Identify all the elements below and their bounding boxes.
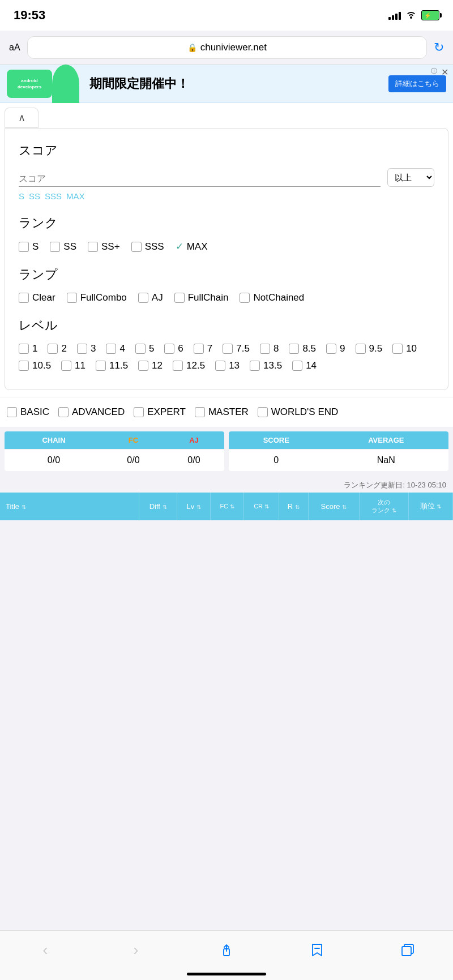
level-check-1[interactable] [19, 344, 29, 354]
tabs-button[interactable] [391, 936, 425, 964]
ad-logo-text2: developers [18, 84, 41, 89]
shortcut-sss[interactable]: SSS [45, 191, 62, 201]
rank-check-ss[interactable] [50, 242, 60, 252]
ad-info-icon[interactable]: ⓘ [431, 67, 437, 75]
score-condition-select[interactable]: 以上 以下 等しい [387, 168, 434, 187]
ad-close-button[interactable]: ✕ [441, 67, 448, 78]
level-check-11[interactable] [61, 361, 71, 371]
reload-button[interactable]: ↻ [434, 40, 444, 55]
rank-checkbox-max[interactable]: ✓ MAX [176, 241, 208, 253]
level-14[interactable]: 14 [292, 360, 317, 371]
level-10-5[interactable]: 10.5 [19, 360, 51, 371]
rank-check-s[interactable] [19, 242, 29, 252]
level-7-5[interactable]: 7.5 [223, 343, 250, 354]
level-check-10-5[interactable] [19, 361, 29, 371]
diff-check-expert[interactable] [134, 407, 144, 417]
level-8[interactable]: 8 [260, 343, 279, 354]
text-size-button[interactable]: aA [9, 42, 20, 53]
level-2[interactable]: 2 [48, 343, 66, 354]
lamp-checkbox-fullcombo[interactable]: FullCombo [67, 292, 127, 303]
th-next-rank[interactable]: 次のランク ⇅ [359, 493, 409, 520]
level-11[interactable]: 11 [61, 360, 86, 371]
url-bar[interactable]: 🔒 chuniviewer.net [27, 36, 427, 59]
level-6[interactable]: 6 [164, 343, 183, 354]
share-button[interactable] [210, 936, 243, 964]
rank-check-sss[interactable] [131, 242, 142, 252]
level-check-6[interactable] [164, 344, 174, 354]
th-r[interactable]: R ⇅ [279, 493, 308, 520]
lamp-checkbox-fullchain[interactable]: FullChain [174, 292, 229, 303]
bookmarks-button[interactable] [300, 936, 334, 964]
diff-advanced[interactable]: ADVANCED [58, 406, 125, 418]
level-check-7-5[interactable] [223, 344, 233, 354]
diff-check-worlds-end[interactable] [258, 407, 268, 417]
diff-worlds-end[interactable]: WORLD'S END [258, 406, 338, 418]
lamp-check-aj[interactable] [138, 293, 148, 303]
level-1[interactable]: 1 [19, 343, 37, 354]
score-input[interactable] [19, 174, 381, 184]
shortcut-max[interactable]: MAX [66, 191, 85, 201]
level-10[interactable]: 10 [392, 343, 417, 354]
rank-check-ssplus[interactable] [88, 242, 98, 252]
diff-basic[interactable]: BASIC [7, 406, 49, 418]
lamp-checkbox-clear[interactable]: Clear [19, 292, 55, 303]
level-check-4[interactable] [106, 344, 116, 354]
diff-check-basic[interactable] [7, 407, 17, 417]
shortcut-ss[interactable]: SS [29, 191, 40, 201]
level-11-5[interactable]: 11.5 [96, 360, 128, 371]
th-title[interactable]: Title ⇅ [0, 493, 139, 520]
ad-detail-button[interactable]: 詳細はこちら [388, 75, 446, 92]
lamp-checkbox-notchained[interactable]: NotChained [240, 292, 304, 303]
level-check-9-5[interactable] [356, 344, 366, 354]
lamp-check-fullcombo[interactable] [67, 293, 77, 303]
level-check-8[interactable] [260, 344, 270, 354]
diff-master[interactable]: MASTER [195, 406, 249, 418]
level-check-7[interactable] [194, 344, 204, 354]
lamp-check-clear[interactable] [19, 293, 29, 303]
rank-checkbox-s[interactable]: S [19, 241, 39, 253]
level-check-13[interactable] [215, 361, 225, 371]
rank-checkbox-ssplus[interactable]: SS+ [88, 241, 120, 253]
diff-expert[interactable]: EXPERT [134, 406, 186, 418]
lamp-checkbox-aj[interactable]: AJ [138, 292, 163, 303]
rank-checkbox-ss[interactable]: SS [50, 241, 76, 253]
level-check-10[interactable] [392, 344, 403, 354]
th-cr[interactable]: CR ⇅ [244, 493, 279, 520]
level-check-3[interactable] [77, 344, 87, 354]
level-check-5[interactable] [135, 344, 146, 354]
level-9-5[interactable]: 9.5 [356, 343, 383, 354]
level-check-8-5[interactable] [289, 344, 299, 354]
lamp-check-fullchain[interactable] [174, 293, 185, 303]
level-5[interactable]: 5 [135, 343, 154, 354]
level-12[interactable]: 12 [138, 360, 163, 371]
level-7[interactable]: 7 [194, 343, 212, 354]
level-4[interactable]: 4 [106, 343, 125, 354]
level-13-5[interactable]: 13.5 [250, 360, 282, 371]
level-check-13-5[interactable] [250, 361, 260, 371]
collapse-button[interactable]: ∧ [5, 108, 39, 128]
shortcut-s[interactable]: S [19, 191, 24, 201]
back-button[interactable]: ‹ [28, 936, 62, 964]
rank-checkbox-sss[interactable]: SSS [131, 241, 164, 253]
forward-button[interactable]: › [119, 936, 153, 964]
level-check-12[interactable] [138, 361, 148, 371]
th-score[interactable]: Score ⇅ [308, 493, 359, 520]
level-check-14[interactable] [292, 361, 302, 371]
level-check-12-5[interactable] [173, 361, 183, 371]
th-lv[interactable]: Lv ⇅ [177, 493, 211, 520]
level-12-5[interactable]: 12.5 [173, 360, 205, 371]
level-13[interactable]: 13 [215, 360, 240, 371]
level-3[interactable]: 3 [77, 343, 96, 354]
th-diff[interactable]: Diff ⇅ [139, 493, 177, 520]
level-8-5[interactable]: 8.5 [289, 343, 316, 354]
diff-check-advanced[interactable] [58, 407, 69, 417]
ad-banner[interactable]: android developers 期間限定開催中！ 詳細はこちら ⓘ ✕ [0, 65, 453, 103]
level-check-11-5[interactable] [96, 361, 106, 371]
th-rank[interactable]: 順位 ⇅ [409, 493, 453, 520]
level-check-9[interactable] [326, 344, 336, 354]
lamp-check-notchained[interactable] [240, 293, 250, 303]
level-check-2[interactable] [48, 344, 58, 354]
th-fc[interactable]: FC ⇅ [211, 493, 244, 520]
diff-check-master[interactable] [195, 407, 205, 417]
level-9[interactable]: 9 [326, 343, 345, 354]
